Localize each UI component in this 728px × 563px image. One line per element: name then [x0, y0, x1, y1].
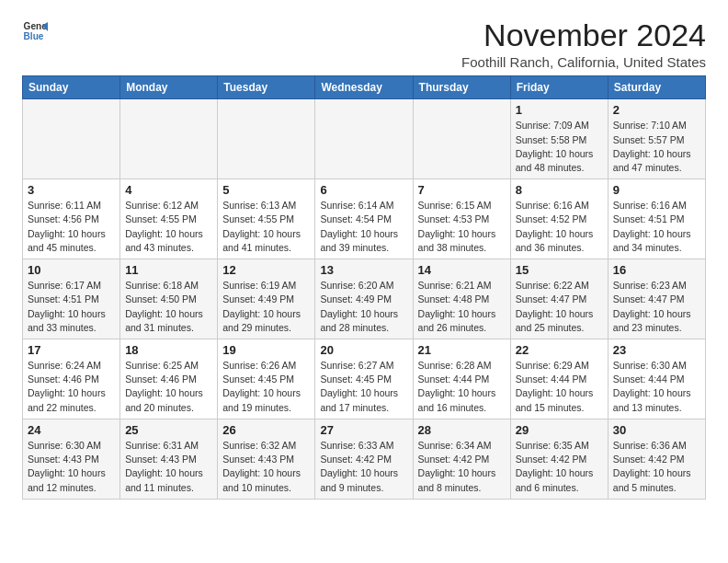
day-cell: [218, 99, 315, 179]
day-info: Sunrise: 6:24 AMSunset: 4:46 PMDaylight:…: [28, 359, 115, 415]
day-info: Sunrise: 6:35 AMSunset: 4:42 PMDaylight:…: [516, 439, 603, 495]
day-number: 25: [125, 423, 212, 437]
day-info: Sunrise: 6:22 AMSunset: 4:47 PMDaylight:…: [516, 279, 603, 335]
day-number: 21: [418, 343, 506, 357]
day-info: Sunrise: 6:23 AMSunset: 4:47 PMDaylight:…: [613, 279, 700, 335]
day-number: 17: [28, 343, 115, 357]
day-number: 19: [222, 343, 310, 357]
day-cell: 13Sunrise: 6:20 AMSunset: 4:49 PMDayligh…: [315, 259, 413, 339]
day-cell: 25Sunrise: 6:31 AMSunset: 4:43 PMDayligh…: [120, 419, 218, 499]
day-cell: 15Sunrise: 6:22 AMSunset: 4:47 PMDayligh…: [510, 259, 608, 339]
day-cell: [413, 99, 510, 179]
day-number: 23: [613, 343, 700, 357]
day-info: Sunrise: 6:34 AMSunset: 4:42 PMDaylight:…: [418, 439, 506, 495]
day-cell: 7Sunrise: 6:15 AMSunset: 4:53 PMDaylight…: [413, 179, 510, 259]
day-number: 6: [320, 183, 407, 197]
day-number: 13: [320, 263, 407, 277]
col-header-friday: Friday: [510, 76, 608, 99]
day-cell: 3Sunrise: 6:11 AMSunset: 4:56 PMDaylight…: [23, 179, 120, 259]
day-info: Sunrise: 6:32 AMSunset: 4:43 PMDaylight:…: [222, 439, 310, 495]
day-cell: 18Sunrise: 6:25 AMSunset: 4:46 PMDayligh…: [120, 339, 218, 419]
day-number: 28: [418, 423, 506, 437]
day-number: 11: [125, 263, 212, 277]
week-row-2: 3Sunrise: 6:11 AMSunset: 4:56 PMDaylight…: [23, 179, 706, 259]
calendar-table: SundayMondayTuesdayWednesdayThursdayFrid…: [22, 75, 706, 499]
day-number: 12: [222, 263, 310, 277]
day-cell: [120, 99, 218, 179]
week-row-5: 24Sunrise: 6:30 AMSunset: 4:43 PMDayligh…: [23, 419, 706, 499]
week-row-1: 1Sunrise: 7:09 AMSunset: 5:58 PMDaylight…: [23, 99, 706, 179]
title-area: November 2024 Foothill Ranch, California…: [461, 18, 706, 70]
day-cell: 17Sunrise: 6:24 AMSunset: 4:46 PMDayligh…: [23, 339, 120, 419]
day-number: 9: [613, 183, 700, 197]
day-number: 15: [516, 263, 603, 277]
day-number: 20: [320, 343, 407, 357]
day-number: 16: [613, 263, 700, 277]
day-cell: 19Sunrise: 6:26 AMSunset: 4:45 PMDayligh…: [218, 339, 315, 419]
day-info: Sunrise: 6:18 AMSunset: 4:50 PMDaylight:…: [125, 279, 212, 335]
day-info: Sunrise: 6:30 AMSunset: 4:44 PMDaylight:…: [613, 359, 700, 415]
day-cell: 14Sunrise: 6:21 AMSunset: 4:48 PMDayligh…: [413, 259, 510, 339]
header: General Blue November 2024 Foothill Ranc…: [22, 18, 706, 70]
day-number: 7: [418, 183, 506, 197]
day-info: Sunrise: 6:36 AMSunset: 4:42 PMDaylight:…: [613, 439, 700, 495]
day-cell: 11Sunrise: 6:18 AMSunset: 4:50 PMDayligh…: [120, 259, 218, 339]
day-cell: 27Sunrise: 6:33 AMSunset: 4:42 PMDayligh…: [315, 419, 413, 499]
day-cell: 9Sunrise: 6:16 AMSunset: 4:51 PMDaylight…: [608, 179, 705, 259]
col-header-sunday: Sunday: [23, 76, 120, 99]
month-title: November 2024: [461, 18, 706, 52]
day-info: Sunrise: 6:20 AMSunset: 4:49 PMDaylight:…: [320, 279, 407, 335]
day-cell: 10Sunrise: 6:17 AMSunset: 4:51 PMDayligh…: [23, 259, 120, 339]
col-header-tuesday: Tuesday: [218, 76, 315, 99]
day-cell: 20Sunrise: 6:27 AMSunset: 4:45 PMDayligh…: [315, 339, 413, 419]
day-info: Sunrise: 7:10 AMSunset: 5:57 PMDaylight:…: [613, 119, 700, 175]
day-cell: 6Sunrise: 6:14 AMSunset: 4:54 PMDaylight…: [315, 179, 413, 259]
day-cell: 30Sunrise: 6:36 AMSunset: 4:42 PMDayligh…: [608, 419, 705, 499]
day-cell: 21Sunrise: 6:28 AMSunset: 4:44 PMDayligh…: [413, 339, 510, 419]
svg-text:Blue: Blue: [24, 31, 44, 41]
col-header-monday: Monday: [120, 76, 218, 99]
day-info: Sunrise: 6:16 AMSunset: 4:51 PMDaylight:…: [613, 199, 700, 255]
day-info: Sunrise: 6:17 AMSunset: 4:51 PMDaylight:…: [28, 279, 115, 335]
day-number: 26: [222, 423, 310, 437]
col-header-saturday: Saturday: [608, 76, 705, 99]
day-cell: 26Sunrise: 6:32 AMSunset: 4:43 PMDayligh…: [218, 419, 315, 499]
day-cell: [23, 99, 120, 179]
day-cell: 8Sunrise: 6:16 AMSunset: 4:52 PMDaylight…: [510, 179, 608, 259]
day-number: 14: [418, 263, 506, 277]
day-info: Sunrise: 6:12 AMSunset: 4:55 PMDaylight:…: [125, 199, 212, 255]
day-info: Sunrise: 6:16 AMSunset: 4:52 PMDaylight:…: [516, 199, 603, 255]
logo: General Blue: [22, 18, 48, 44]
day-info: Sunrise: 6:25 AMSunset: 4:46 PMDaylight:…: [125, 359, 212, 415]
day-cell: 12Sunrise: 6:19 AMSunset: 4:49 PMDayligh…: [218, 259, 315, 339]
day-number: 4: [125, 183, 212, 197]
location-title: Foothill Ranch, California, United State…: [461, 54, 706, 70]
day-number: 5: [222, 183, 310, 197]
day-cell: 24Sunrise: 6:30 AMSunset: 4:43 PMDayligh…: [23, 419, 120, 499]
day-info: Sunrise: 6:30 AMSunset: 4:43 PMDaylight:…: [28, 439, 115, 495]
week-row-3: 10Sunrise: 6:17 AMSunset: 4:51 PMDayligh…: [23, 259, 706, 339]
day-info: Sunrise: 6:33 AMSunset: 4:42 PMDaylight:…: [320, 439, 407, 495]
day-cell: 22Sunrise: 6:29 AMSunset: 4:44 PMDayligh…: [510, 339, 608, 419]
col-header-thursday: Thursday: [413, 76, 510, 99]
day-number: 1: [516, 103, 603, 117]
day-number: 3: [28, 183, 115, 197]
day-cell: 16Sunrise: 6:23 AMSunset: 4:47 PMDayligh…: [608, 259, 705, 339]
day-info: Sunrise: 6:27 AMSunset: 4:45 PMDaylight:…: [320, 359, 407, 415]
day-number: 22: [516, 343, 603, 357]
day-info: Sunrise: 6:31 AMSunset: 4:43 PMDaylight:…: [125, 439, 212, 495]
col-header-wednesday: Wednesday: [315, 76, 413, 99]
week-row-4: 17Sunrise: 6:24 AMSunset: 4:46 PMDayligh…: [23, 339, 706, 419]
day-number: 30: [613, 423, 700, 437]
logo-icon: General Blue: [22, 18, 48, 44]
day-info: Sunrise: 7:09 AMSunset: 5:58 PMDaylight:…: [516, 119, 603, 175]
day-cell: 5Sunrise: 6:13 AMSunset: 4:55 PMDaylight…: [218, 179, 315, 259]
day-number: 10: [28, 263, 115, 277]
day-number: 27: [320, 423, 407, 437]
day-number: 8: [516, 183, 603, 197]
day-cell: 1Sunrise: 7:09 AMSunset: 5:58 PMDaylight…: [510, 99, 608, 179]
day-info: Sunrise: 6:13 AMSunset: 4:55 PMDaylight:…: [222, 199, 310, 255]
day-info: Sunrise: 6:29 AMSunset: 4:44 PMDaylight:…: [516, 359, 603, 415]
day-info: Sunrise: 6:14 AMSunset: 4:54 PMDaylight:…: [320, 199, 407, 255]
day-number: 18: [125, 343, 212, 357]
